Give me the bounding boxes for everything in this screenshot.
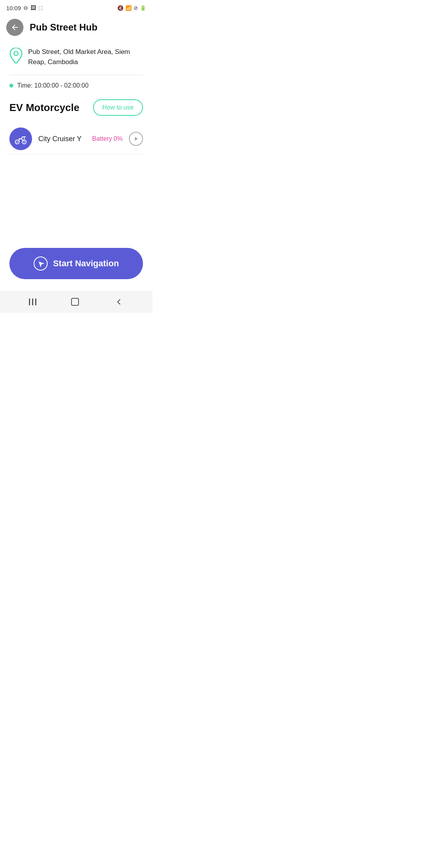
svg-point-0 <box>14 52 18 56</box>
bottom-nav-menu[interactable] <box>29 298 36 305</box>
battery-icon: 🔋 <box>140 5 146 11</box>
image-icon: 🖼 <box>30 5 36 11</box>
mute-icon: 🔇 <box>117 5 123 11</box>
svg-point-4 <box>24 142 25 143</box>
wifi-icon: 📶 <box>125 5 132 11</box>
bottom-nav-home[interactable] <box>70 297 80 307</box>
vehicle-right-info: Battery 0% <box>92 132 143 146</box>
status-time: 10:09 ⊖ 🖼 ⬚ <box>6 5 43 11</box>
block-icon: ⊘ <box>134 5 138 11</box>
status-bar: 10:09 ⊖ 🖼 ⬚ 🔇 📶 ⊘ 🔋 <box>0 0 152 14</box>
home-square-icon <box>70 297 80 307</box>
back-button[interactable] <box>6 19 23 36</box>
location-pin-icon <box>9 48 23 65</box>
bottom-nav-bar <box>0 291 152 313</box>
battery-label: Battery 0% <box>92 135 123 142</box>
navigation-icon <box>34 256 48 271</box>
start-navigation-button[interactable]: Start Navigation <box>9 248 143 279</box>
svg-rect-7 <box>72 298 79 305</box>
status-icons: 🔇 📶 ⊘ 🔋 <box>117 5 146 11</box>
time-label: Time: 10:00:00 - 02:00:00 <box>17 82 89 89</box>
header: Pub Street Hub <box>0 14 152 41</box>
vehicle-item: City Cruiser Y Battery 0% <box>9 124 143 154</box>
location-address: Pub Street, Old Market Area, Siem Reap, … <box>28 47 143 67</box>
back-chevron-icon <box>114 297 123 307</box>
ev-title: EV Motorcycle <box>9 102 79 114</box>
nav-button-container: Start Navigation <box>0 240 152 291</box>
svg-marker-5 <box>135 137 138 141</box>
svg-marker-6 <box>37 260 45 267</box>
page-title: Pub Street Hub <box>30 22 97 33</box>
play-icon <box>133 136 139 142</box>
location-section: Pub Street, Old Market Area, Siem Reap, … <box>9 41 143 75</box>
how-to-use-button[interactable]: How to use <box>93 99 143 116</box>
time-dot-indicator <box>9 84 13 88</box>
vehicle-name: City Cruiser Y <box>38 135 86 143</box>
ev-section-header: EV Motorcycle How to use <box>9 96 143 124</box>
time-section: Time: 10:00:00 - 02:00:00 <box>9 75 143 96</box>
scooter-icon <box>14 132 28 146</box>
minus-circle-icon: ⊖ <box>23 5 28 11</box>
spacer <box>0 197 152 240</box>
vehicle-icon-bg <box>9 127 32 150</box>
bottom-nav-back[interactable] <box>114 297 123 307</box>
svg-point-3 <box>17 142 18 143</box>
compass-arrow-icon <box>37 260 45 267</box>
time-display: 10:09 <box>6 5 21 11</box>
menu-lines-icon <box>29 298 36 305</box>
play-button[interactable] <box>129 132 143 146</box>
screenshot-icon: ⬚ <box>38 5 43 11</box>
start-navigation-label: Start Navigation <box>53 258 119 269</box>
content-area: Pub Street, Old Market Area, Siem Reap, … <box>0 41 152 197</box>
